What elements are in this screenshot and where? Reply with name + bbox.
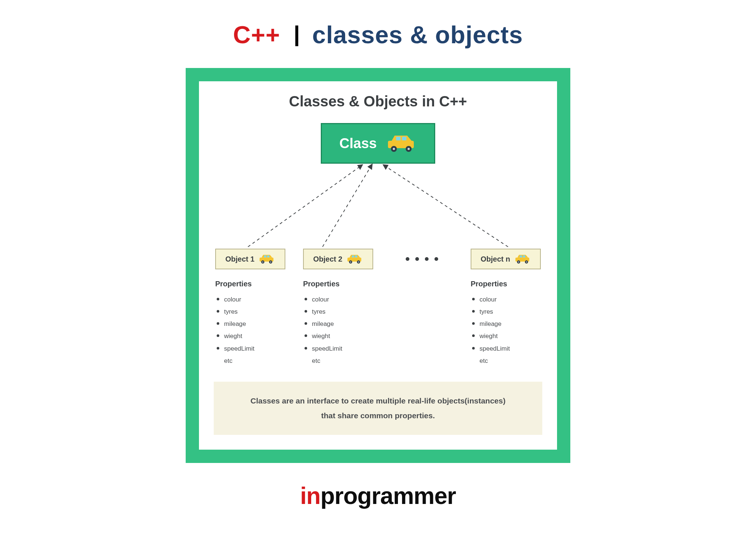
property-item: speedLimit [304,343,373,355]
ellipsis [391,249,453,269]
property-item: mileage [304,318,373,330]
object-col-2: Object 2 Properties colour tyres mileage [303,249,373,367]
svg-point-4 [393,148,395,150]
property-item: mileage [216,318,285,330]
property-item: colour [216,293,285,306]
svg-rect-19 [355,255,357,257]
dot-icon [415,257,419,261]
brand-in: in [300,483,320,509]
property-item: wieght [471,330,541,342]
object-box-1: Object 1 [215,249,285,269]
brand-logo: inprogrammer [0,482,756,510]
property-item: speedLimit [216,343,285,355]
property-item: colour [304,293,373,306]
properties-heading: Properties [471,280,541,288]
svg-point-14 [262,261,264,262]
svg-point-23 [358,261,359,262]
svg-line-8 [323,166,371,247]
property-item: speedLimit [471,343,541,355]
dot-icon [434,257,438,261]
svg-line-9 [385,166,508,247]
object-col-n: Object n Properties colour tyres mileage [471,249,541,367]
svg-point-6 [408,148,410,150]
property-item: mileage [471,318,541,330]
caption-line-2: that share common properties. [228,408,528,423]
object-box-n: Object n [471,249,541,269]
properties-list: colour tyres mileage wieght speedLimit e… [471,293,541,367]
object-label: Object 2 [313,255,343,263]
diagram-heading: Classes & Objects in C++ [214,93,542,110]
title-rest: classes & objects [312,21,523,48]
brand-rest: programmer [320,483,456,509]
property-item: wieght [304,330,373,342]
svg-point-21 [350,261,351,262]
title-separator-icon [295,25,298,46]
diagram-inner: Classes & Objects in C++ Class [199,81,557,450]
dot-icon [425,257,429,261]
property-item: etc [216,355,285,367]
objects-row: Object 1 Properties colour tyres mileage [214,249,542,367]
property-item: tyres [304,306,373,318]
property-item: colour [471,293,541,306]
property-item: etc [304,355,373,367]
svg-point-28 [518,261,519,262]
property-item: tyres [216,306,285,318]
svg-rect-12 [267,255,269,257]
diagram-frame: Classes & Objects in C++ Class [186,68,570,463]
object-col-1: Object 1 Properties colour tyres mileage [215,249,285,367]
svg-point-30 [526,261,527,262]
object-label: Object n [481,255,510,263]
properties-list: colour tyres mileage wieght speedLimit e… [215,293,285,367]
property-item: wieght [216,330,285,342]
properties-heading: Properties [303,280,373,288]
svg-line-7 [248,166,361,247]
object-box-2: Object 2 [303,249,373,269]
object-label: Object 1 [226,255,255,263]
car-icon [258,253,275,265]
dot-icon [406,257,409,261]
property-item: etc [471,355,541,367]
svg-rect-26 [523,255,525,257]
svg-point-16 [270,261,271,262]
car-icon [385,133,417,153]
property-item: tyres [471,306,541,318]
title-cpp: C++ [233,21,280,48]
svg-rect-1 [396,137,401,140]
properties-heading: Properties [215,280,285,288]
class-box: Class [321,123,435,164]
car-icon [346,253,363,265]
svg-rect-2 [402,137,406,140]
svg-rect-18 [352,255,354,257]
svg-rect-25 [520,255,522,257]
class-label: Class [339,136,377,151]
svg-rect-11 [264,255,266,257]
page-title: C++ classes & objects [0,0,756,49]
caption: Classes are an interface to create multi… [214,382,542,435]
connectors [214,164,542,249]
car-icon [514,253,531,265]
caption-line-1: Classes are an interface to create multi… [228,393,528,408]
properties-list: colour tyres mileage wieght speedLimit e… [303,293,373,367]
